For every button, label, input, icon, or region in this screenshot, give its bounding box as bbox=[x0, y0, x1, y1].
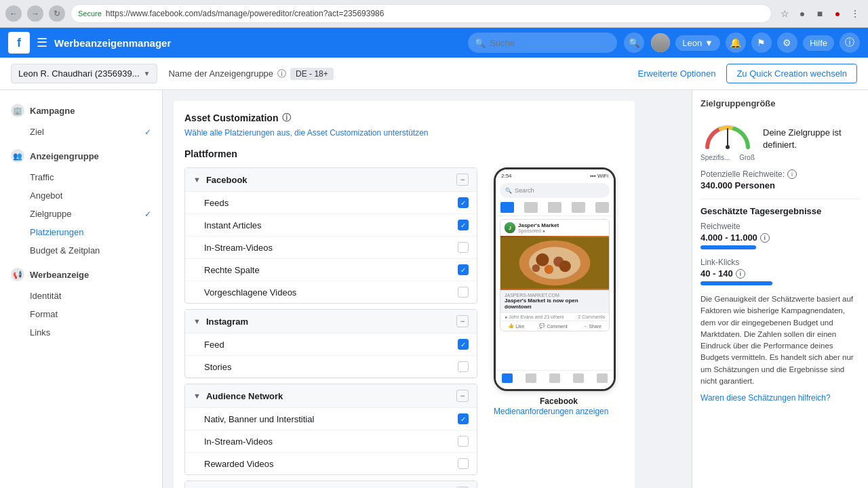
extension-button2[interactable]: ■ bbox=[812, 6, 827, 21]
link-klicks-value: 40 - 140 i bbox=[701, 268, 860, 279]
media-requirements-link[interactable]: Medienanforderungen anzeigen bbox=[494, 407, 608, 416]
instream-videos-checkbox[interactable] bbox=[458, 242, 469, 253]
instream-videos-an-checkbox[interactable] bbox=[458, 436, 469, 447]
search-placeholder: Search bbox=[515, 187, 534, 194]
chevron-down-icon: ▼ bbox=[193, 317, 201, 325]
sidebar-item-label: Identität bbox=[30, 291, 61, 301]
reach-label: Potenzielle Reichweite: i bbox=[701, 169, 860, 179]
estimate-title: Geschätzte Tagesergebnisse bbox=[701, 206, 860, 216]
hamburger-button[interactable]: ☰ bbox=[37, 35, 47, 50]
advanced-options-button[interactable]: Erweiterte Optionen bbox=[638, 68, 716, 79]
search-submit-button[interactable]: 🔍 bbox=[624, 33, 644, 53]
extension-button3[interactable]: ● bbox=[830, 6, 845, 21]
post-avatar: J bbox=[505, 222, 515, 233]
placement-nativ-banner: Nativ, Banner und Interstitial ✓ bbox=[185, 408, 477, 430]
feed-checkbox[interactable]: ✓ bbox=[458, 339, 469, 350]
search-wrapper: 🔍 bbox=[468, 33, 617, 53]
platform-facebook-header[interactable]: ▼ Facebook − bbox=[185, 168, 477, 192]
menu-button[interactable]: ⋮ bbox=[848, 6, 863, 21]
reach-info-icon[interactable]: i bbox=[787, 169, 797, 179]
info-icon: ⓘ bbox=[277, 68, 286, 80]
comment-action[interactable]: 💬 Comment bbox=[539, 323, 567, 329]
platform-messenger-header[interactable]: ▼ Messenger − bbox=[185, 481, 477, 488]
sidebar-section-kampagne-header[interactable]: 🏢 Kampagne bbox=[0, 98, 162, 123]
feeds-checkbox[interactable]: ✓ bbox=[458, 197, 469, 208]
bottom-marketplace-icon bbox=[549, 373, 560, 383]
reichweite-info-icon[interactable]: i bbox=[760, 233, 770, 243]
sidebar-item-ziel[interactable]: Ziel ✓ bbox=[0, 123, 162, 141]
back-button[interactable]: ← bbox=[5, 5, 22, 22]
notifications-button[interactable]: 🔔 bbox=[726, 33, 746, 53]
share-action[interactable]: → Share bbox=[583, 323, 601, 329]
sidebar-section-anzeigengruppe-header[interactable]: 👥 Anzeigengruppe bbox=[0, 144, 162, 168]
sidebar-section-anzeigengruppe: 👥 Anzeigengruppe Traffic Angebot Zielgru… bbox=[0, 144, 162, 260]
sidebar-item-label: Zielgruppe bbox=[30, 209, 71, 219]
settings-button[interactable]: ⚙ bbox=[777, 33, 797, 53]
like-action[interactable]: 👍 Like bbox=[508, 323, 524, 329]
bottom-notifications-icon bbox=[573, 373, 584, 383]
sidebar-item-links[interactable]: Links bbox=[0, 323, 162, 342]
hilfe-button[interactable]: Hilfe bbox=[803, 35, 834, 51]
quick-create-button[interactable]: Zu Quick Creation wechseln bbox=[726, 64, 857, 83]
sidebar-item-angebot[interactable]: Angebot bbox=[0, 186, 162, 205]
platforms-title: Plattformen bbox=[184, 148, 624, 159]
app-header: f ☰ Werbeanzeigenmanager 🔍 🔍 Leon ▼ 🔔 ⚑ … bbox=[0, 28, 868, 58]
sidebar-item-traffic[interactable]: Traffic bbox=[0, 168, 162, 186]
bookmark-button[interactable]: ☆ bbox=[777, 6, 792, 21]
instant-articles-checkbox[interactable]: ✓ bbox=[458, 220, 469, 230]
svg-point-7 bbox=[532, 264, 540, 272]
sidebar-section-werbeanzeige-header[interactable]: 📢 Werbeanzeige bbox=[0, 262, 162, 287]
helpful-link[interactable]: Waren diese Schätzungen hilfreich? bbox=[701, 393, 831, 403]
platform-name-audience-network: Audience Network bbox=[206, 391, 456, 401]
stories-checkbox[interactable] bbox=[458, 361, 469, 372]
sidebar-item-identitaet[interactable]: Identität bbox=[0, 287, 162, 305]
info-icon[interactable]: ⓘ bbox=[282, 112, 291, 124]
comment-icon: 💬 bbox=[539, 323, 545, 329]
chevron-down-icon: ▼ bbox=[705, 38, 713, 48]
post-header: J Jasper's Market Sponsored ● bbox=[500, 220, 609, 236]
rechte-spalte-checkbox[interactable]: ✓ bbox=[458, 264, 469, 275]
platform-instagram-header[interactable]: ▼ Instagram − bbox=[185, 310, 477, 333]
search-input[interactable] bbox=[468, 33, 617, 53]
asset-customization-link[interactable]: Wähle alle Platzierungen aus, die Asset … bbox=[184, 128, 624, 138]
sidebar-item-format[interactable]: Format bbox=[0, 305, 162, 323]
svg-point-5 bbox=[545, 265, 553, 274]
forward-button[interactable]: → bbox=[27, 5, 43, 22]
gauge-labels: Spezifis... Groß bbox=[701, 154, 755, 161]
flag-button[interactable]: ⚑ bbox=[751, 33, 772, 53]
sidebar-item-budget-zeitplan[interactable]: Budget & Zeitplan bbox=[0, 241, 162, 260]
phone-status-bar: 2:54 ▪▪▪ WiFi bbox=[496, 169, 614, 182]
account-selector[interactable]: Leon R. Chaudhari (2356939... ▼ bbox=[11, 64, 157, 83]
check-icon: ✓ bbox=[144, 209, 151, 219]
share-icon: → bbox=[583, 324, 587, 329]
platform-collapse-facebook[interactable]: − bbox=[456, 174, 469, 186]
placement-feeds: Feeds ✓ bbox=[185, 192, 477, 214]
ad-group-section: Name der Anzeigengruppe ⓘ DE - 18+ bbox=[168, 68, 627, 80]
url-text: https://www.facebook.com/ads/manage/powe… bbox=[106, 9, 384, 18]
user-menu-button[interactable]: Leon ▼ bbox=[675, 35, 720, 51]
help-icon-button[interactable]: ⓘ bbox=[840, 33, 860, 53]
sub-header: Leon R. Chaudhari (2356939... ▼ Name der… bbox=[0, 58, 868, 90]
phone-signal: ▪▪▪ WiFi bbox=[590, 173, 608, 179]
rewarded-videos-checkbox[interactable] bbox=[458, 458, 469, 469]
platform-collapse-audience-network[interactable]: − bbox=[456, 390, 469, 402]
platform-facebook: ▼ Facebook − Feeds ✓ Instant Articles ✓ bbox=[184, 167, 477, 304]
address-bar[interactable]: Secure https://www.facebook.com/ads/mana… bbox=[71, 4, 772, 23]
post-link-title: Jasper's Market is now open downtown bbox=[505, 298, 605, 310]
vorgeschlagene-videos-checkbox[interactable] bbox=[458, 287, 469, 298]
groups-icon bbox=[595, 202, 609, 213]
extension-button1[interactable]: ● bbox=[795, 6, 810, 21]
link-klicks-info-icon[interactable]: i bbox=[736, 269, 745, 279]
link-klicks-section: Link-Klicks 40 - 140 i bbox=[701, 258, 860, 285]
sidebar: 🏢 Kampagne Ziel ✓ 👥 Anzeigengruppe Traff… bbox=[0, 90, 163, 488]
sidebar-item-zielgruppe[interactable]: Zielgruppe ✓ bbox=[0, 205, 162, 223]
sidebar-item-platzierungen[interactable]: Platzierungen bbox=[0, 223, 162, 241]
reach-value: 340.000 Personen bbox=[701, 180, 860, 190]
refresh-button[interactable]: ↻ bbox=[49, 5, 65, 22]
nativ-banner-checkbox[interactable]: ✓ bbox=[458, 413, 469, 424]
platform-collapse-instagram[interactable]: − bbox=[456, 315, 469, 327]
marketplace-icon bbox=[572, 202, 585, 213]
sidebar-item-label: Links bbox=[30, 327, 50, 338]
platform-audience-network-header[interactable]: ▼ Audience Network − bbox=[185, 384, 477, 408]
reactions-text: ● John Evans and 23 others bbox=[505, 314, 564, 319]
